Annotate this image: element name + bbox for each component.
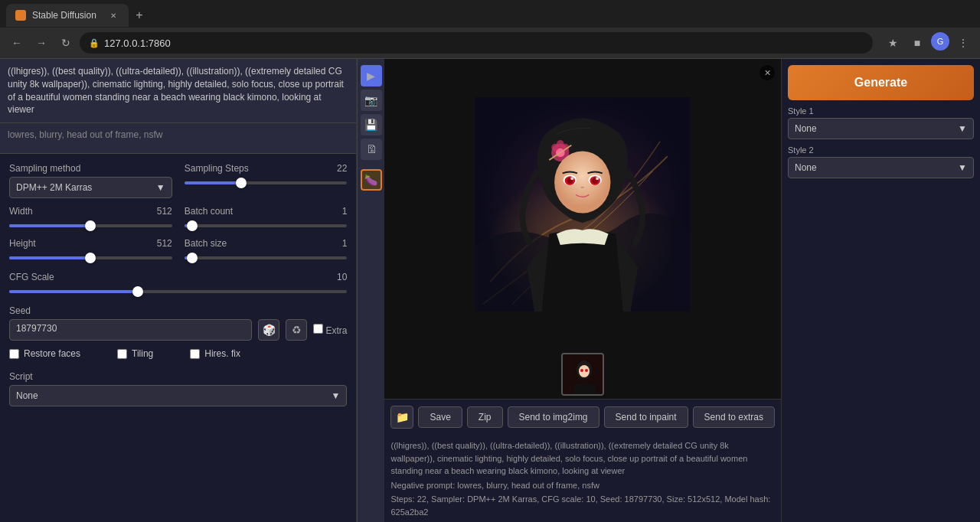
nav-bar: ← → ↻ 🔒 127.0.0.1:7860 ★ ■ G ⋮ (0, 28, 980, 58)
sampling-row: Sampling method DPM++ 2M Karras ▼ Sampli… (9, 163, 347, 198)
right-section: ▶ 📷 💾 🖻 🍆 ✕ (357, 59, 980, 522)
image-column: ✕ (384, 59, 781, 522)
height-label: Height (9, 238, 36, 249)
browser-chrome: Stable Diffusion ✕ + ← → ↻ 🔒 127.0.0.1:7… (0, 0, 980, 59)
address-bar[interactable]: 🔒 127.0.0.1:7860 (80, 32, 873, 54)
restore-faces-checkbox[interactable] (9, 349, 19, 359)
active-tab[interactable]: Stable Diffusion ✕ (6, 4, 129, 27)
cfg-scale-track (9, 290, 347, 293)
new-tab-btn[interactable]: + (129, 5, 150, 26)
style2-label: Style 2 (788, 145, 974, 155)
cfg-scale-thumb[interactable] (132, 286, 143, 297)
restore-faces-label: Restore faces (24, 348, 80, 359)
tab-favicon (15, 10, 26, 21)
sidebar-btn-4[interactable]: 🖻 (361, 139, 382, 160)
dropdown-arrow: ▼ (156, 182, 165, 193)
width-header: Width 512 (9, 206, 172, 220)
steps-header: Sampling Steps 22 (185, 163, 348, 177)
style1-dropdown[interactable]: None ▼ (788, 118, 974, 139)
svg-point-19 (579, 365, 590, 377)
height-fill (9, 256, 90, 259)
save-btn[interactable]: Save (418, 406, 462, 428)
script-dropdown-arrow: ▼ (332, 390, 341, 401)
batch-count-slider[interactable] (185, 220, 348, 232)
send-img2img-btn[interactable]: Send to img2img (508, 406, 599, 428)
style1-value: None (795, 123, 817, 134)
forward-btn[interactable]: → (31, 32, 52, 54)
send-extras-btn[interactable]: Send to extras (693, 406, 775, 428)
batch-size-track (185, 256, 348, 259)
reload-btn[interactable]: ↻ (55, 32, 77, 54)
svg-point-15 (596, 177, 599, 180)
close-image-btn[interactable]: ✕ (760, 65, 775, 80)
batch-count-header: Batch count 1 (185, 206, 348, 220)
batch-count-thumb[interactable] (187, 220, 198, 231)
height-slider[interactable] (9, 252, 172, 264)
bookmark-btn[interactable]: ★ (882, 32, 903, 54)
seed-recycle-btn[interactable]: ♻ (286, 319, 307, 341)
menu-btn[interactable]: ⋮ (952, 32, 974, 54)
positive-prompt[interactable]: ((lhigres)), ((best quality)), ((ultra-d… (0, 59, 356, 123)
sampling-steps-group: Sampling Steps 22 (185, 163, 348, 198)
height-thumb[interactable] (85, 253, 96, 263)
dimension-batch-row: Width 512 Height 512 (9, 206, 347, 264)
style2-arrow: ▼ (958, 162, 967, 173)
style2-value: None (795, 162, 817, 173)
browser-actions: ★ ■ G ⋮ (882, 32, 974, 54)
height-track (9, 256, 172, 259)
tab-close-btn[interactable]: ✕ (107, 9, 119, 21)
seed-value: 18797730 (16, 323, 57, 334)
sidebar-btn-1[interactable]: ▶ (361, 65, 382, 86)
main-right-content: ✕ (384, 59, 980, 522)
back-btn[interactable]: ← (6, 32, 28, 54)
left-panel: ((lhigres)), ((best quality)), ((ultra-d… (0, 59, 357, 522)
sampling-steps-slider[interactable] (185, 177, 348, 189)
negative-prompt-text: lowres, blurry, head out of frame, nsfw (8, 129, 163, 140)
sidebar-btn-2[interactable]: 📷 (361, 90, 382, 111)
svg-point-20 (580, 369, 583, 372)
seed-input[interactable]: 18797730 (9, 319, 252, 341)
image-thumbnail-1[interactable] (561, 353, 604, 396)
width-slider[interactable] (9, 220, 172, 232)
tiling-checkbox[interactable] (117, 349, 127, 359)
style1-label: Style 1 (788, 106, 974, 116)
height-header: Height 512 (9, 238, 172, 252)
seed-dice-btn[interactable]: 🎲 (258, 319, 279, 341)
generate-section: Generate Style 1 None ▼ Style 2 None ▼ (781, 59, 980, 522)
seed-group: Seed 18797730 🎲 ♻ Extra (9, 305, 347, 341)
action-bar: 📁 Save Zip Send to img2img Send to inpai… (384, 399, 781, 435)
svg-point-6 (557, 140, 564, 148)
sampling-steps-label: Sampling Steps (185, 163, 249, 174)
sampling-steps-value: 22 (337, 163, 347, 174)
send-inpaint-btn[interactable]: Send to inpaint (604, 406, 688, 428)
extra-checkbox-input[interactable] (313, 324, 323, 334)
folder-btn[interactable]: 📁 (390, 406, 413, 429)
style2-dropdown[interactable]: None ▼ (788, 157, 974, 178)
right-sidebar: ▶ 📷 💾 🖻 🍆 (357, 59, 384, 522)
sampling-method-dropdown[interactable]: DPM++ 2M Karras ▼ (9, 177, 172, 198)
cfg-scale-group: CFG Scale 10 (9, 272, 347, 298)
cfg-scale-value: 10 (337, 272, 347, 282)
profile-btn[interactable]: G (931, 32, 949, 51)
sidebar-btn-5[interactable]: 🍆 (361, 169, 382, 191)
sidebar-btn-3[interactable]: 💾 (361, 114, 382, 135)
extension-btn[interactable]: ■ (906, 32, 928, 54)
steps-fill (185, 181, 241, 184)
generate-btn[interactable]: Generate (788, 65, 974, 100)
cfg-scale-slider[interactable] (9, 285, 347, 298)
steps-thumb[interactable] (236, 178, 247, 188)
generated-image-svg (384, 97, 781, 312)
zip-btn[interactable]: Zip (467, 406, 503, 428)
batch-size-label: Batch size (185, 238, 227, 249)
image-info-line1: ((lhigres)), ((best quality)), ((ultra-d… (390, 439, 775, 478)
batch-size-slider[interactable] (185, 252, 348, 264)
negative-prompt[interactable]: lowres, blurry, head out of frame, nsfw (0, 123, 356, 154)
script-dropdown[interactable]: None ▼ (9, 385, 347, 406)
hires-fix-checkbox[interactable] (190, 349, 200, 359)
checkboxes-group: Restore faces Tiling Hires. fix (9, 348, 347, 362)
width-thumb[interactable] (85, 220, 96, 231)
svg-point-14 (571, 177, 574, 180)
batch-size-thumb[interactable] (187, 253, 198, 263)
url-display: 127.0.0.1:7860 (104, 38, 171, 49)
script-group: Script None ▼ (9, 371, 347, 406)
